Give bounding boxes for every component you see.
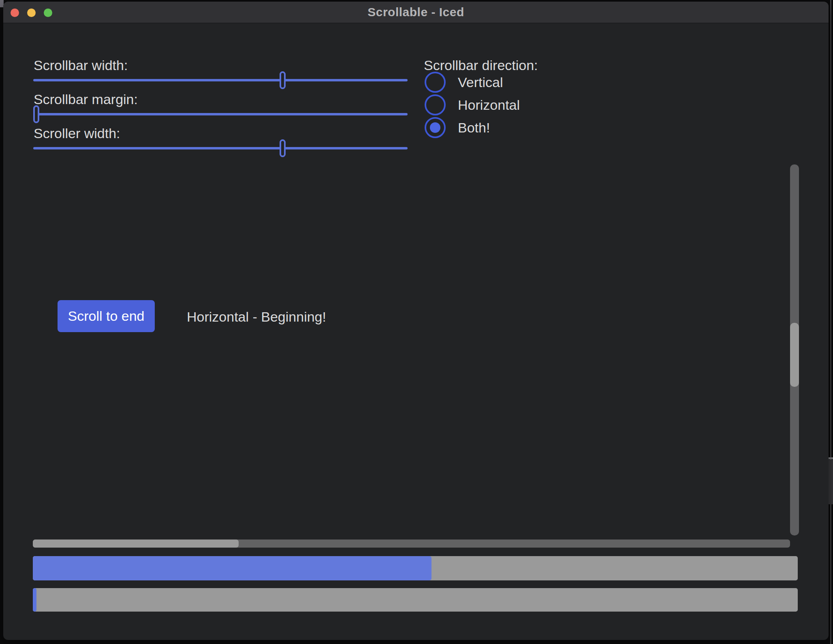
scrollbar-direction-label: Scrollbar direction: xyxy=(424,58,594,73)
radio-icon[interactable] xyxy=(425,94,446,115)
slider-handle-track xyxy=(33,105,402,123)
radio-label: Horizontal xyxy=(458,97,520,113)
scrollbar-margin-slider-handle[interactable] xyxy=(33,105,39,123)
slider-handle-track xyxy=(33,139,402,157)
vertical-scrollbar-track[interactable] xyxy=(790,164,799,535)
horizontal-scrollbar-scroller[interactable] xyxy=(33,540,239,548)
background-window-tick xyxy=(829,457,833,459)
progress-fill xyxy=(33,588,36,612)
scroll-to-end-button[interactable]: Scroll to end xyxy=(58,300,155,332)
slider-handle-track xyxy=(33,71,402,89)
radio-option-horizontal[interactable]: Horizontal xyxy=(425,94,520,115)
radio-icon[interactable] xyxy=(425,72,446,93)
progress-fill xyxy=(33,556,431,580)
scroller-width-label: Scroller width: xyxy=(34,126,408,141)
radio-label: Vertical xyxy=(458,75,503,90)
horizontal-scroll-progress-bar xyxy=(33,588,798,612)
scroll-status-text: Horizontal - Beginning! xyxy=(187,309,326,324)
radio-label: Both! xyxy=(458,120,490,136)
vertical-scrollbar-scroller[interactable] xyxy=(790,323,799,387)
app-window: Scrollable - Iced Scrollbar width: Scrol… xyxy=(3,2,829,640)
scrollbar-margin-slider-group: Scrollbar margin: xyxy=(33,92,408,128)
vertical-scroll-progress-bar xyxy=(33,556,798,580)
radio-icon[interactable] xyxy=(425,117,446,138)
scrollbar-width-label: Scrollbar width: xyxy=(34,58,408,73)
scrollbar-width-slider-handle[interactable] xyxy=(280,71,286,89)
scroll-to-end-button-label: Scroll to end xyxy=(68,308,145,324)
radio-option-vertical[interactable]: Vertical xyxy=(425,72,503,93)
scrollbar-direction-group: Scrollbar direction: Vertical Horizontal xyxy=(424,58,594,73)
radio-option-both[interactable]: Both! xyxy=(425,117,490,138)
horizontal-scrollbar-track[interactable] xyxy=(33,540,790,548)
main-content: Scrollbar width: Scrollbar margin: Scrol… xyxy=(3,2,829,640)
scrollbar-margin-label: Scrollbar margin: xyxy=(34,92,408,107)
screen: Scrollable - Iced Scrollbar width: Scrol… xyxy=(0,0,833,644)
background-window-patch xyxy=(829,460,833,504)
radio-dot-icon xyxy=(430,122,440,133)
scrollbar-width-slider-group: Scrollbar width: xyxy=(33,58,408,94)
scroller-width-slider-group: Scroller width: xyxy=(33,126,408,162)
scroller-width-slider-handle[interactable] xyxy=(280,139,286,157)
background-window-edge xyxy=(830,0,831,644)
